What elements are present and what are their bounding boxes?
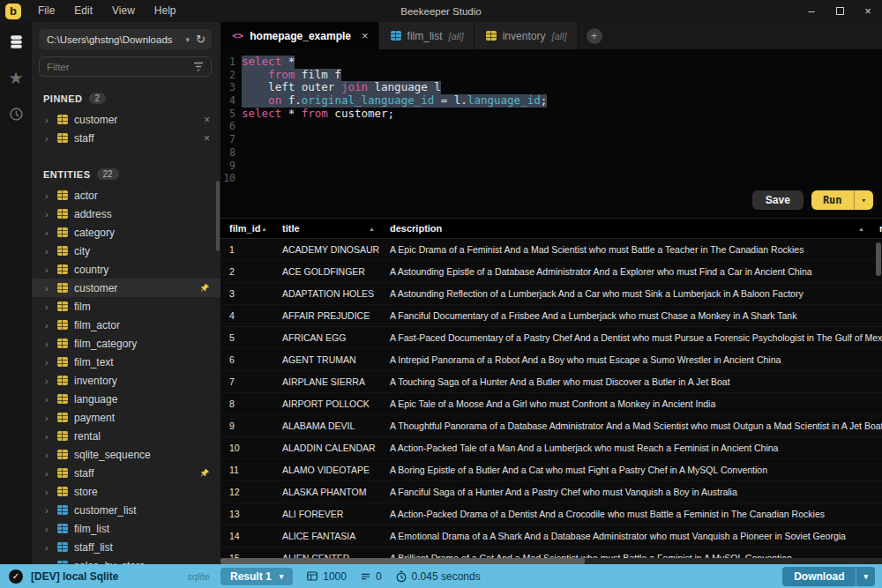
tab-homepage_example[interactable]: <>homepage_example× (220, 22, 379, 49)
unpin-icon[interactable]: × (204, 132, 210, 145)
entity-city[interactable]: ›city (32, 242, 220, 260)
menu-edit[interactable]: Edit (64, 0, 102, 22)
table-row[interactable]: 9ALABAMA DEVILA Thoughtful Panorama of a… (220, 415, 882, 437)
connection-selector[interactable]: C:\Users\ghstng\Downloads ▾ ↻ (39, 29, 212, 49)
menu-file[interactable]: File (28, 0, 64, 22)
chevron-right-icon[interactable]: › (45, 524, 51, 534)
code-line[interactable]: 3 left outer join language l (220, 81, 882, 94)
entity-staff[interactable]: ›staff (32, 464, 220, 482)
table-row[interactable]: 11ALAMO VIDEOTAPEA Boring Epistle of a B… (220, 459, 882, 481)
pinned-section-header[interactable]: PINNED 2 (32, 86, 220, 110)
chevron-right-icon[interactable]: › (45, 413, 51, 423)
entity-category[interactable]: ›category (32, 223, 220, 242)
entity-country[interactable]: ›country (32, 260, 220, 279)
entity-staff_list[interactable]: ›staff_list (32, 538, 220, 556)
menu-view[interactable]: View (102, 0, 145, 22)
entity-rental[interactable]: ›rental (32, 427, 220, 445)
tab-film_list[interactable]: film_list[all] (379, 22, 475, 49)
chevron-right-icon[interactable]: › (45, 301, 51, 312)
results-horizontal-scrollbar-thumb[interactable] (220, 558, 585, 564)
favorites-nav-button[interactable]: ★ (4, 66, 27, 89)
new-tab-button[interactable]: + (587, 28, 602, 44)
column-header-partial[interactable]: r (871, 223, 882, 234)
column-header-description[interactable]: description ▲ (381, 223, 871, 234)
sql-editor[interactable]: 1select *2 from film f3 left outer join … (220, 49, 882, 218)
chevron-right-icon[interactable]: › (45, 561, 51, 565)
table-row[interactable]: 8AIRPORT POLLOCKA Epic Tale of a Moose A… (220, 393, 882, 415)
sort-asc-icon[interactable]: ▲ (261, 226, 267, 232)
filter-input[interactable] (47, 62, 193, 72)
entity-address[interactable]: ›address (32, 205, 220, 223)
column-header-film-id[interactable]: film_id ▲ (220, 223, 273, 234)
close-button[interactable]: × (854, 0, 882, 22)
entity-store[interactable]: ›store (32, 482, 220, 501)
sidebar-scrollbar[interactable] (216, 181, 220, 251)
pinned-item-staff[interactable]: ›staff× (32, 129, 220, 147)
entity-sales_by_store[interactable]: ›sales_by_store (32, 556, 220, 564)
code-line[interactable]: 6 (220, 120, 882, 133)
chevron-right-icon[interactable]: › (45, 209, 51, 220)
unpin-icon[interactable]: × (204, 114, 210, 126)
chevron-right-icon[interactable]: › (45, 468, 51, 479)
pinned-item-customer[interactable]: ›customer× (32, 110, 220, 129)
results-horizontal-scrollbar-track[interactable] (220, 558, 882, 564)
table-row[interactable]: 10ALADDIN CALENDARA Action-Packed Tale o… (220, 437, 882, 459)
code-line[interactable]: 1select * (220, 56, 882, 69)
history-nav-button[interactable] (4, 102, 27, 125)
entity-actor[interactable]: ›actor (32, 186, 220, 205)
table-row[interactable]: 14ALICE FANTASIAA Emotional Drama of a A… (220, 525, 882, 547)
chevron-right-icon[interactable]: › (45, 542, 51, 553)
chevron-right-icon[interactable]: › (45, 227, 51, 238)
entity-language[interactable]: ›language (32, 390, 220, 408)
results-vertical-scrollbar[interactable] (876, 242, 881, 276)
chevron-right-icon[interactable]: › (45, 450, 51, 460)
chevron-right-icon[interactable]: › (45, 431, 51, 442)
table-row[interactable]: 3ADAPTATION HOLESA Astounding Reflection… (220, 283, 882, 305)
minimize-button[interactable]: – (797, 0, 826, 22)
entity-film_text[interactable]: ›film_text (32, 353, 220, 371)
entity-inventory[interactable]: ›inventory (32, 371, 220, 390)
table-row[interactable]: 7AIRPLANE SIERRAA Touching Saga of a Hun… (220, 371, 882, 393)
chevron-right-icon[interactable]: › (45, 283, 51, 294)
code-line[interactable]: 8 (220, 146, 882, 160)
table-row[interactable]: 13ALI FOREVERA Action-Packed Drama of a … (220, 503, 882, 525)
run-button[interactable]: Run (811, 190, 855, 210)
sort-asc-icon[interactable]: ▲ (369, 226, 375, 232)
chevron-right-icon[interactable]: › (45, 376, 51, 386)
refresh-icon[interactable]: ↻ (196, 33, 206, 45)
download-options-caret-icon[interactable]: ▾ (856, 567, 875, 586)
entity-sqlite_sequence[interactable]: ›sqlite_sequence (32, 445, 220, 464)
pin-icon[interactable] (200, 283, 210, 293)
result-selector-button[interactable]: Result 1 ▾ (220, 568, 293, 585)
close-tab-icon[interactable]: × (362, 29, 369, 42)
chevron-right-icon[interactable]: › (45, 264, 51, 275)
code-line[interactable]: 2 from film f (220, 69, 882, 82)
entity-film_category[interactable]: ›film_category (32, 334, 220, 353)
chevron-right-icon[interactable]: › (45, 357, 51, 368)
menu-help[interactable]: Help (145, 0, 186, 22)
table-row[interactable]: 12ALASKA PHANTOMA Fanciful Saga of a Hun… (220, 481, 882, 503)
download-button[interactable]: Download (782, 567, 856, 586)
entities-section-header[interactable]: ENTITIES 22 (32, 161, 220, 186)
run-options-caret-icon[interactable]: ▾ (855, 190, 873, 210)
code-line[interactable]: 10 (220, 172, 882, 185)
chevron-right-icon[interactable]: › (45, 320, 51, 331)
chevron-right-icon[interactable]: › (45, 505, 51, 516)
sort-asc-icon[interactable]: ▲ (858, 226, 864, 232)
entity-customer[interactable]: ›customer (32, 279, 220, 297)
table-row[interactable]: 5AFRICAN EGGA Fast-Paced Documentary of … (220, 327, 882, 349)
column-header-title[interactable]: title ▲ (273, 223, 381, 234)
chevron-right-icon[interactable]: › (45, 339, 51, 349)
chevron-right-icon[interactable]: › (45, 394, 51, 405)
code-line[interactable]: 4 on f.original_language_id = l.language… (220, 94, 882, 108)
entity-film_list[interactable]: ›film_list (32, 519, 220, 538)
chevron-right-icon[interactable]: › (45, 115, 51, 125)
pin-icon[interactable] (200, 468, 210, 478)
table-row[interactable]: 4AFFAIR PREJUDICEA Fanciful Documentary … (220, 305, 882, 327)
tab-inventory[interactable]: inventory[all] (475, 22, 578, 49)
chevron-right-icon[interactable]: › (45, 246, 51, 257)
entity-film_actor[interactable]: ›film_actor (32, 316, 220, 334)
chevron-right-icon[interactable]: › (45, 487, 51, 497)
code-line[interactable]: 9 (220, 160, 882, 173)
table-row[interactable]: 6AGENT TRUMANA Intrepid Panorama of a Ro… (220, 349, 882, 371)
